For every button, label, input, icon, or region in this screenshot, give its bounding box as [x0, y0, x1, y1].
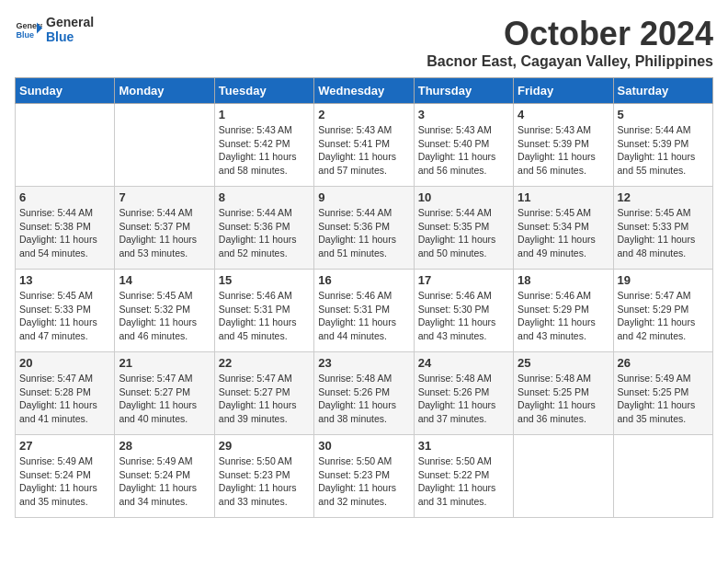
calendar-cell: 3Sunrise: 5:43 AM Sunset: 5:40 PM Daylig…	[414, 104, 513, 187]
cell-content: Sunrise: 5:46 AM Sunset: 5:31 PM Dayligh…	[219, 289, 310, 343]
cell-content: Sunrise: 5:47 AM Sunset: 5:27 PM Dayligh…	[219, 372, 310, 426]
calendar-cell: 15Sunrise: 5:46 AM Sunset: 5:31 PM Dayli…	[214, 270, 313, 352]
calendar-cell	[16, 104, 115, 187]
weekday-header-sunday: Sunday	[16, 78, 115, 104]
calendar-week-3: 13Sunrise: 5:45 AM Sunset: 5:33 PM Dayli…	[16, 270, 713, 352]
logo-blue-text: Blue	[46, 29, 94, 44]
calendar-cell: 23Sunrise: 5:48 AM Sunset: 5:26 PM Dayli…	[314, 352, 414, 435]
cell-content: Sunrise: 5:48 AM Sunset: 5:25 PM Dayligh…	[518, 372, 609, 426]
cell-content: Sunrise: 5:47 AM Sunset: 5:28 PM Dayligh…	[19, 372, 110, 426]
cell-content: Sunrise: 5:44 AM Sunset: 5:36 PM Dayligh…	[219, 206, 310, 260]
cell-content: Sunrise: 5:45 AM Sunset: 5:34 PM Dayligh…	[518, 206, 609, 260]
weekday-header-tuesday: Tuesday	[214, 78, 313, 104]
calendar-cell: 10Sunrise: 5:44 AM Sunset: 5:35 PM Dayli…	[414, 187, 513, 270]
calendar-cell: 17Sunrise: 5:46 AM Sunset: 5:30 PM Dayli…	[414, 270, 513, 352]
cell-content: Sunrise: 5:46 AM Sunset: 5:31 PM Dayligh…	[318, 289, 409, 343]
day-number: 11	[518, 190, 609, 204]
cell-content: Sunrise: 5:50 AM Sunset: 5:23 PM Dayligh…	[318, 454, 409, 509]
weekday-header-thursday: Thursday	[414, 78, 513, 104]
day-number: 9	[318, 190, 409, 204]
logo: General Blue General Blue	[15, 15, 94, 44]
calendar-cell: 1Sunrise: 5:43 AM Sunset: 5:42 PM Daylig…	[214, 104, 313, 187]
calendar-cell: 2Sunrise: 5:43 AM Sunset: 5:41 PM Daylig…	[314, 104, 414, 187]
weekday-header-row: SundayMondayTuesdayWednesdayThursdayFrid…	[16, 78, 713, 104]
day-number: 7	[119, 190, 210, 204]
day-number: 13	[19, 273, 110, 287]
calendar-cell: 11Sunrise: 5:45 AM Sunset: 5:34 PM Dayli…	[514, 187, 613, 270]
calendar-cell: 18Sunrise: 5:46 AM Sunset: 5:29 PM Dayli…	[514, 270, 613, 352]
day-number: 26	[618, 356, 709, 370]
day-number: 1	[219, 108, 310, 121]
calendar-cell: 30Sunrise: 5:50 AM Sunset: 5:23 PM Dayli…	[314, 435, 414, 518]
day-number: 6	[19, 190, 110, 204]
day-number: 16	[318, 273, 409, 287]
day-number: 24	[418, 356, 509, 370]
cell-content: Sunrise: 5:49 AM Sunset: 5:25 PM Dayligh…	[618, 372, 709, 426]
cell-content: Sunrise: 5:44 AM Sunset: 5:39 PM Dayligh…	[618, 123, 709, 178]
weekday-header-wednesday: Wednesday	[314, 78, 414, 104]
calendar-cell: 9Sunrise: 5:44 AM Sunset: 5:36 PM Daylig…	[314, 187, 414, 270]
calendar-cell: 12Sunrise: 5:45 AM Sunset: 5:33 PM Dayli…	[613, 187, 712, 270]
day-number: 10	[418, 190, 509, 204]
svg-text:Blue: Blue	[17, 30, 35, 40]
month-title: October 2024	[427, 15, 713, 53]
day-number: 2	[318, 108, 409, 121]
calendar-cell: 21Sunrise: 5:47 AM Sunset: 5:27 PM Dayli…	[115, 352, 214, 435]
calendar-cell: 4Sunrise: 5:43 AM Sunset: 5:39 PM Daylig…	[514, 104, 613, 187]
cell-content: Sunrise: 5:49 AM Sunset: 5:24 PM Dayligh…	[119, 454, 210, 509]
header: General Blue General Blue October 2024 B…	[15, 15, 713, 70]
day-number: 25	[518, 356, 609, 370]
cell-content: Sunrise: 5:50 AM Sunset: 5:22 PM Dayligh…	[418, 454, 509, 509]
cell-content: Sunrise: 5:44 AM Sunset: 5:37 PM Dayligh…	[119, 206, 210, 260]
calendar-cell	[613, 435, 712, 518]
day-number: 19	[618, 273, 709, 287]
weekday-header-friday: Friday	[514, 78, 613, 104]
day-number: 18	[518, 273, 609, 287]
calendar-cell: 25Sunrise: 5:48 AM Sunset: 5:25 PM Dayli…	[514, 352, 613, 435]
calendar-cell: 19Sunrise: 5:47 AM Sunset: 5:29 PM Dayli…	[613, 270, 712, 352]
day-number: 21	[119, 356, 210, 370]
calendar-cell: 8Sunrise: 5:44 AM Sunset: 5:36 PM Daylig…	[214, 187, 313, 270]
calendar-cell: 6Sunrise: 5:44 AM Sunset: 5:38 PM Daylig…	[16, 187, 115, 270]
cell-content: Sunrise: 5:50 AM Sunset: 5:23 PM Dayligh…	[219, 454, 310, 509]
cell-content: Sunrise: 5:48 AM Sunset: 5:26 PM Dayligh…	[418, 372, 509, 426]
calendar-cell: 31Sunrise: 5:50 AM Sunset: 5:22 PM Dayli…	[414, 435, 513, 518]
day-number: 4	[518, 108, 609, 121]
day-number: 15	[219, 273, 310, 287]
day-number: 17	[418, 273, 509, 287]
calendar-cell: 27Sunrise: 5:49 AM Sunset: 5:24 PM Dayli…	[16, 435, 115, 518]
calendar-cell	[115, 104, 214, 187]
calendar-table: SundayMondayTuesdayWednesdayThursdayFrid…	[15, 77, 713, 518]
logo-icon: General Blue	[15, 16, 42, 43]
cell-content: Sunrise: 5:47 AM Sunset: 5:29 PM Dayligh…	[618, 289, 709, 343]
calendar-week-2: 6Sunrise: 5:44 AM Sunset: 5:38 PM Daylig…	[16, 187, 713, 270]
day-number: 8	[219, 190, 310, 204]
day-number: 14	[119, 273, 210, 287]
day-number: 30	[318, 439, 409, 453]
cell-content: Sunrise: 5:49 AM Sunset: 5:24 PM Dayligh…	[19, 454, 110, 509]
calendar-cell: 28Sunrise: 5:49 AM Sunset: 5:24 PM Dayli…	[115, 435, 214, 518]
calendar-cell: 20Sunrise: 5:47 AM Sunset: 5:28 PM Dayli…	[16, 352, 115, 435]
cell-content: Sunrise: 5:46 AM Sunset: 5:29 PM Dayligh…	[518, 289, 609, 343]
calendar-cell: 26Sunrise: 5:49 AM Sunset: 5:25 PM Dayli…	[613, 352, 712, 435]
cell-content: Sunrise: 5:43 AM Sunset: 5:42 PM Dayligh…	[219, 123, 310, 178]
cell-content: Sunrise: 5:45 AM Sunset: 5:33 PM Dayligh…	[618, 206, 709, 260]
day-number: 22	[219, 356, 310, 370]
day-number: 20	[19, 356, 110, 370]
calendar-cell: 22Sunrise: 5:47 AM Sunset: 5:27 PM Dayli…	[214, 352, 313, 435]
weekday-header-saturday: Saturday	[613, 78, 712, 104]
cell-content: Sunrise: 5:44 AM Sunset: 5:35 PM Dayligh…	[418, 206, 509, 260]
calendar-week-5: 27Sunrise: 5:49 AM Sunset: 5:24 PM Dayli…	[16, 435, 713, 518]
calendar-cell	[514, 435, 613, 518]
day-number: 29	[219, 439, 310, 453]
location-title: Bacnor East, Cagayan Valley, Philippines	[427, 53, 713, 70]
weekday-header-monday: Monday	[115, 78, 214, 104]
cell-content: Sunrise: 5:45 AM Sunset: 5:32 PM Dayligh…	[119, 289, 210, 343]
day-number: 23	[318, 356, 409, 370]
day-number: 31	[418, 439, 509, 453]
logo-general-text: General	[46, 15, 94, 29]
cell-content: Sunrise: 5:48 AM Sunset: 5:26 PM Dayligh…	[318, 372, 409, 426]
cell-content: Sunrise: 5:43 AM Sunset: 5:39 PM Dayligh…	[518, 123, 609, 178]
calendar-cell: 5Sunrise: 5:44 AM Sunset: 5:39 PM Daylig…	[613, 104, 712, 187]
title-area: October 2024 Bacnor East, Cagayan Valley…	[427, 15, 713, 70]
